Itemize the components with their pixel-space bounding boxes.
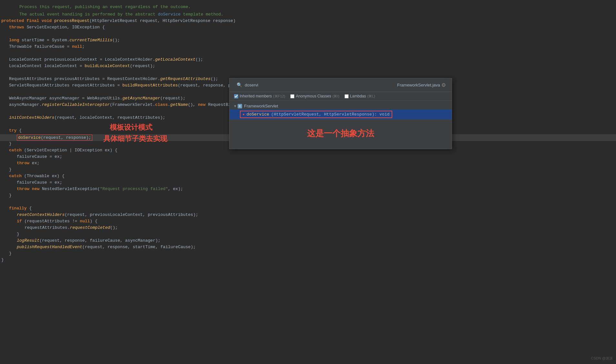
code-line-throws: throws ServletException, IOException { xyxy=(0,25,616,31)
code-line-blank7 xyxy=(0,199,616,206)
code-line-1: protected final void processRequest(Http… xyxy=(0,18,616,25)
tree-expand-icon: ▾ xyxy=(234,104,236,108)
cb-lambdas-input[interactable] xyxy=(344,94,349,98)
popup-dialog: 🔍 FrameworkServlet.java ⚙ Inherited memb… xyxy=(229,78,452,149)
code-line-throw1: throw ex; xyxy=(0,160,616,167)
code-line-blank3 xyxy=(0,70,616,76)
class-icon: C xyxy=(238,104,242,108)
code-line-blank1 xyxy=(0,31,616,37)
comment-text1: Process this request, publishing an even… xyxy=(19,5,191,9)
code-line-failurecause: Throwable failureCause = null; xyxy=(0,44,616,50)
code-line-publish: publishRequestHandledEvent(request, resp… xyxy=(0,244,616,251)
popup-checkbox-row: Inherited members (⌘F12) Anonymous Class… xyxy=(230,92,452,101)
cb-anonymous[interactable]: Anonymous Classes (⌘I) xyxy=(290,94,339,98)
method-red-icon: ● xyxy=(242,113,245,116)
tree-method-item[interactable]: ● doService(HttpServletRequest, HttpServ… xyxy=(230,109,452,119)
popup-annotation: 这是一个抽象方法 xyxy=(230,121,452,149)
code-line-finally-close: } xyxy=(0,251,616,257)
code-line-failurecause3: failureCause = ex; xyxy=(0,180,616,186)
popup-search-area: 🔍 xyxy=(234,81,397,89)
tree-class-label: FrameworkServlet xyxy=(244,104,278,108)
code-line-requestcompleted: requestAttributes.requestCompleted(); xyxy=(0,225,616,231)
code-line-method-close: } xyxy=(0,257,616,264)
watermark: CSDN @滚滚 xyxy=(591,356,613,361)
code-line-catch2: catch (Throwable ex) { xyxy=(0,173,616,180)
code-line-resetcontext: resetContextHolders(request, previousLoc… xyxy=(0,212,616,218)
method-text: doService xyxy=(247,112,269,117)
code-line-finally: finally { xyxy=(0,206,616,212)
popup-tree: ▾ C FrameworkServlet ● doService(HttpSer… xyxy=(230,101,452,121)
comment-line2: The actual event handling is performed b… xyxy=(0,11,616,18)
do-service-link[interactable]: doService xyxy=(158,12,180,17)
cb-lambdas[interactable]: Lambdas (⌘L) xyxy=(344,94,375,98)
gear-button[interactable]: ⚙ xyxy=(440,82,447,88)
code-line-logresult: logResult(request, response, failureCaus… xyxy=(0,238,616,244)
code-line-catch2-close: } xyxy=(0,193,616,199)
code-line-starttime: long startTime = System.currentTimeMilli… xyxy=(0,37,616,44)
method-highlight-box: ● doService(HttpServletRequest, HttpServ… xyxy=(240,111,392,118)
tree-class-node[interactable]: ▾ C FrameworkServlet xyxy=(230,103,452,109)
cb-inherited[interactable]: Inherited members (⌘F12) xyxy=(234,94,285,98)
code-line-localecontext2: LocaleContext localeContext = buildLocal… xyxy=(0,63,616,70)
editor-area: Process this request, publishing an even… xyxy=(0,0,616,364)
comment-line1: Process this request, publishing an even… xyxy=(0,3,616,11)
search-input[interactable] xyxy=(245,83,283,87)
cb-inherited-input[interactable] xyxy=(234,94,238,98)
popup-title: FrameworkServlet.java xyxy=(397,83,440,87)
code-line-throw2: throw new NestedServletException("Reques… xyxy=(0,186,616,193)
code-line-if: if (requestAttributes != null) { xyxy=(0,218,616,225)
code-line-if-close: } xyxy=(0,231,616,238)
code-line-localecontext1: LocaleContext previousLocaleContext = Lo… xyxy=(0,57,616,63)
code-line-catch1-close: } xyxy=(0,167,616,173)
popup-header: 🔍 FrameworkServlet.java ⚙ xyxy=(230,78,452,92)
code-line-blank2 xyxy=(0,50,616,57)
cb-anonymous-input[interactable] xyxy=(290,94,294,98)
code-line-failurecause2: failureCause = ex; xyxy=(0,154,616,160)
search-icon: 🔍 xyxy=(237,82,242,88)
